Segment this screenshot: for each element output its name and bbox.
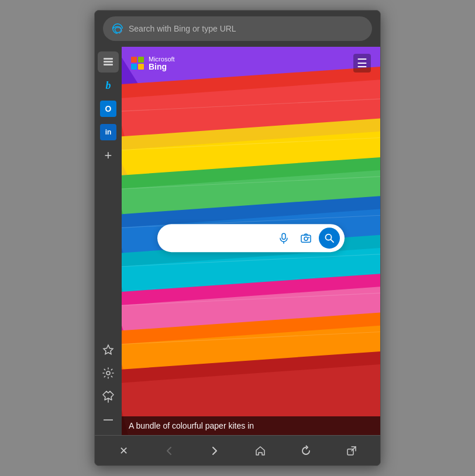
open-external-button[interactable] [340, 439, 363, 463]
sidebar-item-outlook[interactable]: O [98, 98, 119, 119]
refresh-icon [300, 445, 312, 457]
camera-icon [300, 232, 312, 244]
outlook-icon: O [100, 101, 116, 117]
search-icons [274, 227, 340, 249]
tabs-icon [102, 56, 114, 68]
bing-logo-text: Microsoft Bing [149, 56, 175, 71]
rewards-icon [102, 343, 115, 356]
svg-point-3 [106, 371, 110, 375]
search-overlay [157, 224, 345, 252]
search-submit-button[interactable] [319, 227, 340, 249]
sidebar: b O in + [95, 47, 122, 435]
microsoft-logo-icon [131, 57, 144, 70]
bottom-toolbar: ✕ [95, 435, 380, 465]
pin-icon [102, 390, 115, 403]
search-box [157, 224, 345, 252]
close-button[interactable]: ✕ [112, 439, 135, 463]
back-icon [163, 445, 175, 457]
sidebar-item-tabs[interactable] [98, 51, 119, 73]
sidebar-item-bing[interactable]: b [98, 75, 119, 96]
bing-icon: b [106, 80, 111, 92]
sidebar-item-add[interactable]: + [98, 145, 119, 166]
forward-icon [209, 445, 221, 457]
content-area: Microsoft Bing ☰ [122, 47, 380, 435]
bing-header: Microsoft Bing ☰ [122, 47, 380, 80]
sidebar-item-rewards[interactable] [98, 339, 119, 360]
open-external-icon [346, 445, 357, 457]
svg-rect-0 [104, 58, 113, 60]
bing-logo: Microsoft Bing [131, 56, 175, 71]
minimize-icon: — [104, 415, 113, 425]
main-area: b O in + [95, 47, 380, 435]
settings-icon [102, 367, 115, 380]
browser-window: Search with Bing or type URL b O [94, 10, 381, 466]
visual-search-button[interactable] [297, 229, 315, 247]
svg-rect-2 [104, 64, 113, 65]
svg-rect-31 [282, 233, 285, 239]
home-icon [254, 445, 266, 457]
sidebar-minimize-button[interactable]: — [98, 409, 119, 430]
top-bar: Search with Bing or type URL [95, 11, 380, 47]
search-icon [324, 233, 335, 243]
svg-point-34 [304, 237, 308, 240]
microphone-icon [278, 232, 290, 244]
sidebar-item-linkedin[interactable]: in [98, 122, 119, 143]
edge-logo-icon [111, 22, 124, 35]
refresh-button[interactable] [294, 439, 318, 463]
microphone-button[interactable] [274, 229, 293, 247]
forward-button[interactable] [203, 439, 226, 463]
address-placeholder: Search with Bing or type URL [129, 24, 364, 33]
close-icon: ✕ [119, 444, 128, 457]
add-icon: + [105, 148, 112, 163]
sidebar-item-settings[interactable] [98, 363, 119, 384]
hamburger-menu-button[interactable]: ☰ [353, 54, 371, 73]
svg-rect-35 [308, 237, 309, 238]
back-button[interactable] [157, 439, 181, 463]
bing-page: Microsoft Bing ☰ [122, 47, 380, 435]
sidebar-item-pin[interactable] [98, 386, 119, 407]
svg-rect-33 [301, 235, 311, 242]
home-button[interactable] [249, 439, 272, 463]
svg-line-37 [331, 240, 334, 243]
linkedin-icon: in [100, 124, 116, 140]
image-caption: A bundle of colourful paper kites in [122, 416, 380, 435]
address-bar[interactable]: Search with Bing or type URL [103, 16, 372, 41]
svg-rect-1 [104, 61, 113, 63]
